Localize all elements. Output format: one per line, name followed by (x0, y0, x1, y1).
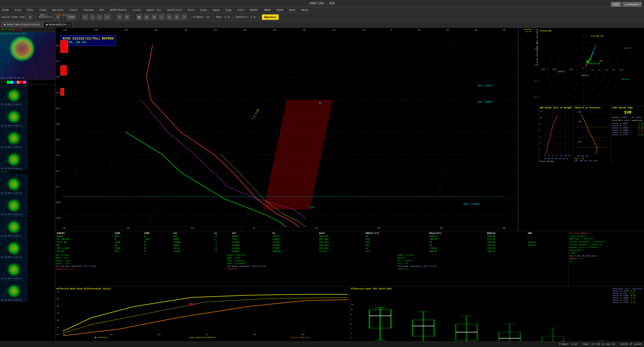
menu-cave[interactable]: CAVE (1, 8, 10, 12)
menu-kltx[interactable]: kltx (237, 8, 245, 12)
menu-view[interactable]: View (38, 8, 47, 12)
temp-label-3: -80 (153, 29, 157, 31)
menu-kclx[interactable]: kclx (187, 8, 195, 12)
sidebar-map-3[interactable]: Thu 12:06Z 22-Dec-22 (0, 106, 28, 127)
tool-btn-6[interactable]: ⊟ (174, 14, 180, 20)
parcel-header: PARCEL CAPE CINH LCL LI LFC EL Sev2 SRH(… (56, 232, 568, 235)
menu-obs[interactable]: Obs (98, 8, 105, 12)
menu-local[interactable]: Local (131, 8, 142, 12)
winds-height-title: 1kR Winds (kt) vs Height (539, 107, 573, 109)
menu-edit[interactable]: Edit (26, 8, 35, 12)
warngen-button[interactable]: WarnGen (262, 14, 279, 20)
col-mnwind: MnWind (486, 232, 527, 235)
d2d-button[interactable]: D2D (611, 2, 621, 7)
menu-kgsp[interactable]: kgsp (212, 8, 220, 12)
map3-timestamp: Thu 12:06Z 22-Dec-22 (1, 125, 22, 127)
table-row: FCST SB 1003 0 1299m↓ -4 1299m↑ 37225' S… (56, 241, 568, 244)
tool-btn-4[interactable]: ✓ (159, 14, 165, 20)
table-row: MU 93 0 400m↓ -4 3700m↓ 37600' SFC-6km 2… (56, 244, 568, 247)
tool-btn-2[interactable]: ⊕ (144, 14, 149, 20)
scale-val-3: 60 (6, 171, 9, 173)
refresh-button[interactable]: ⟳ (124, 14, 130, 20)
bottom-analysis-panels: Effective Bulk Wind Difference(kt,Yaxis)… (55, 286, 644, 341)
wind-lm-label: 277/35 LM (591, 35, 603, 38)
col-srw: SRW (527, 232, 568, 235)
temp-axis: -110 -100 -90 -80 -70 -60 -50 -40 -30 -2… (62, 29, 505, 31)
menu-scan[interactable]: SCAN (276, 8, 284, 12)
sidebar-map-7[interactable]: Thu 13:06Z 22-Dec-22 (0, 195, 28, 216)
theta-panel: Theta-E vs Pressure TEI = 29 297 307 317… (574, 106, 611, 163)
tab-radar[interactable]: ■ Radar+Warnings+EnvData (1, 22, 43, 27)
tool-btn-1[interactable]: ▣ (136, 14, 142, 20)
separator-1 (35, 14, 36, 20)
table-row: SR DEF 823 0 1515m↑ -3 1065m↑ 10625m↑ LC… (56, 250, 568, 253)
temp-label-7: -40 (272, 29, 276, 31)
sidebar-time-6: 12 (19, 28, 22, 31)
menu-satellite[interactable]: Satellite (166, 8, 183, 12)
temp-label-8: -30 (302, 29, 306, 31)
col-cape: CAPE (114, 232, 143, 235)
col-srh: SRH(m²/s²) (365, 232, 428, 235)
menu-tools[interactable]: Tools (68, 8, 79, 12)
parcel-data-panel: PARCEL CAPE CINH LCL LI LFC EL Sev2 SRH(… (55, 231, 569, 286)
temp-label-13: 20 (446, 29, 449, 31)
temp-label-1: -100 (93, 29, 98, 31)
sidebar-time-2: C+ (5, 28, 7, 31)
tool-btn-7[interactable]: ∧ (182, 14, 187, 20)
sounding-bottom-panels: PARCEL CAPE CINH LCL LI LFC EL Sev2 SRH(… (55, 231, 644, 286)
menu-mrms[interactable]: MRMS (263, 8, 272, 12)
map4-timestamp: Thu 13:06Z 22-Dec-22 (1, 146, 22, 148)
valid-time-select[interactable] (25, 14, 32, 20)
sidebar-map-2[interactable]: Thu 13:06Z 22-Dec-22 (0, 85, 28, 106)
tab-bar: ■ Radar+Warnings+EnvData ■ NsharpEditor … (0, 21, 644, 28)
scale-label: 20 C+ (1, 81, 6, 83)
map6-timestamp: Thu 12:00Z 22-Dec-22 (1, 192, 22, 194)
menu-kjgx[interactable]: kjgx (224, 8, 233, 12)
menu-ncep[interactable]: NCEP/Hydro (109, 8, 128, 12)
tei-label: TEI = 29 (575, 157, 611, 160)
col-el: EL (272, 232, 318, 235)
sidebar-map-9[interactable]: Thu 13:06Z 22-Dec-22 (0, 238, 28, 259)
hodograph-panel[interactable]: 277/35 LM 200/28 MV 210/11 210/11 262/44… (538, 28, 634, 106)
temp-label-14: 30 (474, 29, 477, 31)
scale-val-1: 40 (1, 171, 3, 173)
clear-button[interactable]: Clear (66, 14, 76, 20)
menu-volume[interactable]: Volume (83, 8, 95, 12)
menu-maps[interactable]: Maps (288, 8, 297, 12)
menu-radar[interactable]: Radar (249, 8, 259, 12)
wind-label-2: 210/11 (557, 70, 565, 73)
menu-file[interactable]: File (14, 8, 22, 12)
sidebar-map-6[interactable]: Thu 12:00Z 22-Dec-22 (0, 173, 28, 195)
bulk-wind-title: Effective Bulk Wind Difference(kt,Yaxis) (57, 288, 348, 290)
sidebar-map-5[interactable]: Thu 13:12Z 22-Dec-22 (0, 149, 28, 170)
temp-label-11: 0 (391, 29, 392, 31)
tab-close-icon[interactable]: ✕ (68, 23, 70, 26)
sidebar-time-3: 20 (8, 28, 11, 31)
skewt-panel[interactable]: KCHS 221222/12(Thu) BUFRUA 32.90,-80.03 … (55, 28, 518, 231)
map8-timestamp: Thu 12:06Z 22-Dec-22 (1, 235, 22, 237)
menu-kcae[interactable]: kcae (199, 8, 208, 12)
sidebar-map-4[interactable]: Thu 13:06Z 22-Dec-22 (0, 127, 28, 149)
nav-next-button[interactable]: > (97, 14, 102, 20)
toolbar: Valid time seq State(s) Clear |< < > >> … (0, 13, 644, 21)
menu-upperair[interactable]: Upper Air (145, 8, 162, 12)
sidebar-map-11[interactable]: Thu 12:06Z 22-Dec-22 (0, 280, 28, 302)
tool-btn-5[interactable]: ⊡ (167, 14, 172, 20)
nav-last-button[interactable]: >> (104, 14, 110, 20)
cape-bar-3 (60, 88, 64, 96)
sidebar-map-1[interactable]: 0.5 Reflectivity (dBZ) Thu 13:13Z 22-Dec… (0, 32, 55, 80)
cape-bar-1 (60, 40, 68, 53)
nav-first-button[interactable]: |< (82, 14, 88, 20)
tool-btn-3[interactable]: ⊞ (151, 14, 157, 20)
sidebar-map-10[interactable]: Thu 12:06Z 22-Dec-22 (0, 259, 28, 280)
loop-button[interactable]: ↺ (117, 14, 122, 20)
menu-options[interactable]: Options (51, 8, 65, 12)
frames-label: Frames: 12 (193, 16, 210, 19)
nav-prev-button[interactable]: < (90, 14, 95, 20)
menu-help[interactable]: Help (300, 8, 309, 12)
tab-nsharp[interactable]: ■ NsharpEditor ✕ (43, 22, 72, 27)
localization-button[interactable]: Localization (622, 2, 641, 7)
sidebar-map-8[interactable]: Thu 12:06Z 22-Dec-22 (0, 216, 28, 238)
temp-label-0: -110 (62, 29, 67, 31)
close-button[interactable]: ✕ (639, 1, 641, 6)
